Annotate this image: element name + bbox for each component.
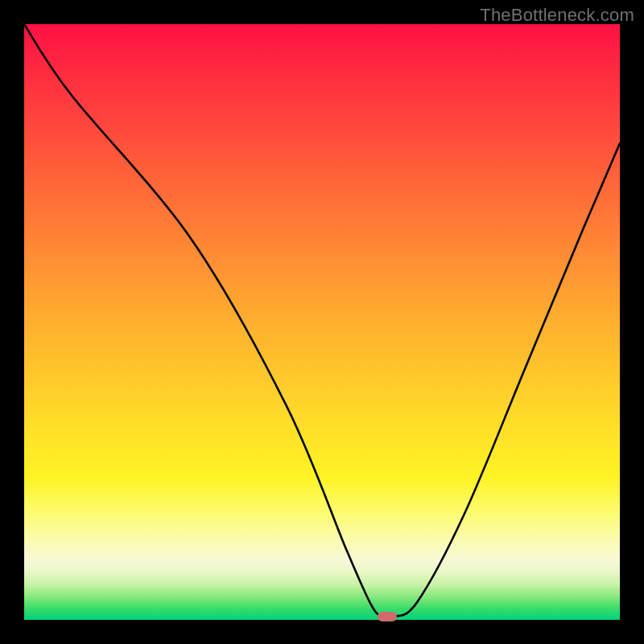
optimal-marker xyxy=(378,612,397,621)
plot-area xyxy=(24,24,620,620)
chart-frame: TheBottleneck.com xyxy=(0,0,644,644)
watermark-text: TheBottleneck.com xyxy=(480,5,634,26)
bottleneck-curve xyxy=(24,24,620,619)
curve-svg xyxy=(24,24,620,620)
